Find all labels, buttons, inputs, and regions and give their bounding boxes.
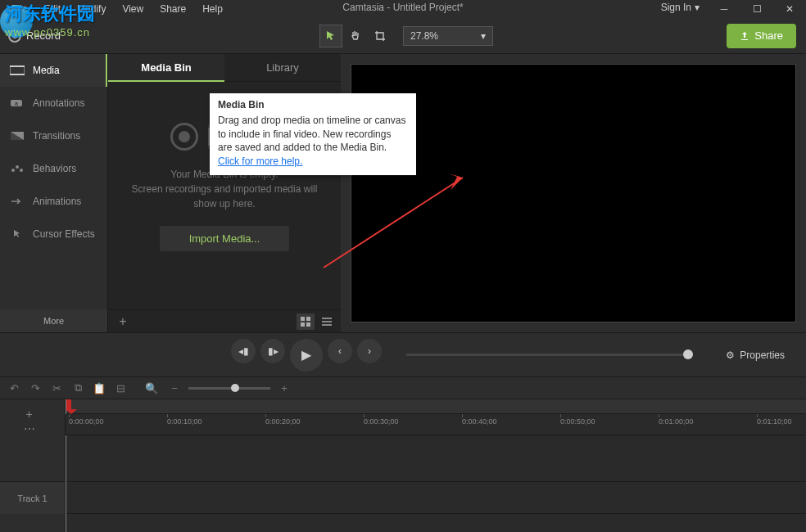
svg-rect-14 xyxy=(322,321,332,322)
playback-slider[interactable] xyxy=(406,354,693,356)
sidebar-item-media[interactable]: Media xyxy=(0,54,107,87)
pan-tool[interactable] xyxy=(344,25,367,47)
step-forward-button[interactable]: › xyxy=(357,339,382,363)
step-back-button[interactable]: ‹ xyxy=(328,339,352,363)
tick: 0:00:00;00 xyxy=(69,417,104,426)
behaviors-icon xyxy=(10,163,25,174)
chevron-down-icon: ▾ xyxy=(695,2,700,13)
add-track-button[interactable]: + xyxy=(25,408,32,421)
view-list-button[interactable] xyxy=(318,313,336,330)
properties-button[interactable]: ⚙ Properties xyxy=(718,345,793,366)
annotations-icon: a xyxy=(10,97,25,109)
menu-share[interactable]: Share xyxy=(152,2,194,16)
chevron-down-icon: ▾ xyxy=(481,30,486,42)
timeline-zoom-slider[interactable] xyxy=(188,387,270,390)
zoom-out-button[interactable]: − xyxy=(165,379,183,397)
sidebar-more[interactable]: More xyxy=(0,309,107,332)
svg-rect-15 xyxy=(322,324,332,326)
paste-button[interactable]: 📋 xyxy=(90,379,108,397)
signin-button[interactable]: Sign In ▾ xyxy=(661,2,700,13)
tick: 0:00:20;00 xyxy=(265,417,301,426)
tick: 0:00:10;00 xyxy=(167,417,202,426)
track-row[interactable] xyxy=(66,481,806,514)
tools-sidebar: Media a Annotations Transitions Behavior… xyxy=(0,54,108,332)
empty-text-2: Screen recordings and imported media wil… xyxy=(108,182,341,211)
tick: 0:00:50;00 xyxy=(560,417,595,426)
split-button[interactable]: ⊟ xyxy=(111,379,129,397)
media-bin-tooltip: Media Bin Drag and drop media on timelin… xyxy=(210,93,416,175)
tick: 0:00:40;00 xyxy=(462,417,497,426)
track-options-button[interactable]: ⋯ xyxy=(24,422,35,435)
import-media-button[interactable]: Import Media... xyxy=(160,226,290,251)
window-minimize[interactable]: ─ xyxy=(708,0,740,18)
svg-rect-10 xyxy=(306,317,310,321)
playback-bar: ◂▮ ▮▸ ▶ ‹ › ⚙ Properties xyxy=(0,332,806,376)
timeline-ruler[interactable] xyxy=(66,399,806,414)
animations-icon xyxy=(10,196,25,207)
svg-point-6 xyxy=(11,169,15,172)
track-label[interactable]: Track 1 xyxy=(0,481,65,514)
sidebar-item-annotations[interactable]: a Annotations xyxy=(0,87,107,119)
svg-rect-1 xyxy=(10,65,25,67)
tooltip-help-link[interactable]: Click for more help. xyxy=(218,156,302,167)
view-grid-button[interactable] xyxy=(297,313,315,330)
preview-canvas[interactable] xyxy=(351,64,796,322)
sidebar-item-cursor-effects[interactable]: Cursor Effects xyxy=(0,218,107,250)
menu-edit[interactable]: Edit xyxy=(35,2,69,16)
sidebar-item-transitions[interactable]: Transitions xyxy=(0,119,107,152)
toolbar: Record 27.8% ▾ Share xyxy=(0,18,806,54)
record-circle-icon xyxy=(170,123,198,151)
next-frame-button[interactable]: ▮▸ xyxy=(260,339,285,363)
svg-rect-12 xyxy=(306,322,310,327)
add-media-button[interactable]: + xyxy=(113,312,133,331)
transitions-icon xyxy=(10,130,25,142)
watermark-logo xyxy=(0,5,33,38)
timeline-edit-bar: ↶ ↷ ✂ ⧉ 📋 ⊟ 🔍 − + xyxy=(0,376,806,399)
zoom-value: 27.8% xyxy=(410,30,438,42)
sidebar-label: Cursor Effects xyxy=(33,228,95,240)
select-tool[interactable] xyxy=(319,25,342,47)
zoom-in-button[interactable]: + xyxy=(275,379,293,397)
tick: 0:01:10;00 xyxy=(757,417,792,426)
svg-text:a: a xyxy=(15,101,18,106)
svg-rect-11 xyxy=(301,322,305,327)
timeline: + ⋯ Track 1 0:00:00;00 0:00:00;00 0:00:1… xyxy=(0,399,806,532)
tick: 0:01:00;00 xyxy=(659,417,694,426)
sidebar-item-behaviors[interactable]: Behaviors xyxy=(0,152,107,185)
sidebar-label: Annotations xyxy=(33,97,84,109)
zoom-select[interactable]: 27.8% ▾ xyxy=(403,26,493,46)
media-icon xyxy=(10,65,25,76)
sidebar-label: Behaviors xyxy=(33,163,76,174)
tooltip-title: Media Bin xyxy=(218,98,408,112)
signin-label: Sign In xyxy=(661,2,691,13)
playhead-marker[interactable] xyxy=(66,399,71,411)
svg-point-8 xyxy=(20,169,23,172)
cursor-icon xyxy=(10,228,25,240)
prev-frame-button[interactable]: ◂▮ xyxy=(231,339,256,363)
crop-tool[interactable] xyxy=(369,25,392,47)
redo-button[interactable]: ↷ xyxy=(26,379,44,397)
copy-button[interactable]: ⧉ xyxy=(69,379,87,397)
menu-help[interactable]: Help xyxy=(194,2,231,16)
zoom-fit-icon[interactable]: 🔍 xyxy=(143,379,161,397)
svg-rect-9 xyxy=(301,317,305,321)
sidebar-label: Animations xyxy=(33,196,81,207)
sidebar-label: Media xyxy=(33,65,60,76)
playback-handle[interactable] xyxy=(683,349,693,359)
share-button[interactable]: Share xyxy=(727,24,796,48)
record-label: Record xyxy=(26,29,61,42)
svg-rect-2 xyxy=(10,74,25,75)
window-maximize[interactable]: ☐ xyxy=(740,0,773,18)
tick: 0:00:30;00 xyxy=(364,417,399,426)
cut-button[interactable]: ✂ xyxy=(48,379,66,397)
play-button[interactable]: ▶ xyxy=(290,339,323,372)
tab-media-bin[interactable]: Media Bin xyxy=(108,54,224,82)
sidebar-label: Transitions xyxy=(33,130,80,142)
sidebar-item-animations[interactable]: Animations xyxy=(0,185,107,218)
undo-button[interactable]: ↶ xyxy=(5,379,23,397)
menu-view[interactable]: View xyxy=(114,2,152,16)
menu-modify[interactable]: Modify xyxy=(69,2,114,16)
properties-label: Properties xyxy=(740,349,785,361)
tab-library[interactable]: Library xyxy=(224,54,341,82)
window-close[interactable]: ✕ xyxy=(773,0,806,18)
